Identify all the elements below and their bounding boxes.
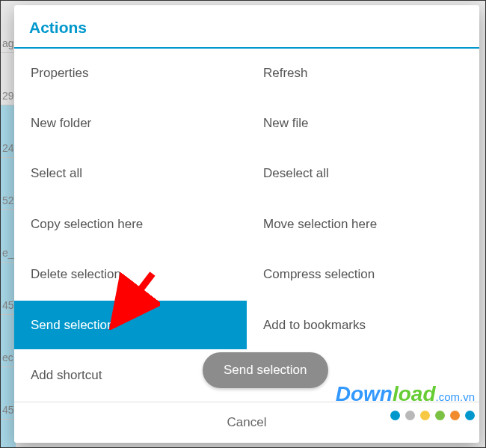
menu-item-properties[interactable]: Properties: [14, 49, 247, 97]
dot-icon: [450, 411, 460, 420]
bg-row: ec: [1, 315, 16, 367]
bg-row: 45: [1, 367, 16, 420]
dot-icon: [405, 411, 415, 420]
watermark: Download.com.vn: [336, 382, 475, 420]
menu-item-add-to-bookmarks[interactable]: Add to bookmarks: [247, 301, 479, 349]
bg-row: [1, 420, 16, 448]
menu-item-send-selection[interactable]: Send selection: [14, 301, 247, 349]
menu-item-compress-selection[interactable]: Compress selection: [247, 251, 479, 299]
menu-item-move-selection-here[interactable]: Move selection here: [247, 200, 479, 248]
bg-row: 29: [1, 53, 16, 105]
bg-row: 45: [1, 263, 16, 315]
background-list: ag292452e_45ec454545: [1, 1, 16, 447]
bg-row: e_: [1, 210, 16, 263]
watermark-text: Download.com.vn: [336, 382, 475, 406]
watermark-dots: [336, 411, 475, 420]
bg-row: 24: [1, 105, 16, 158]
bg-row: 52: [1, 158, 16, 210]
dot-icon: [390, 411, 400, 420]
menu-item-copy-selection-here[interactable]: Copy selection here: [14, 200, 247, 248]
menu-item-new-folder[interactable]: New folder: [14, 99, 247, 147]
menu-item-deselect-all[interactable]: Deselect all: [247, 150, 479, 198]
actions-menu: PropertiesRefreshNew folderNew fileSelec…: [14, 49, 479, 402]
bg-row: ag: [1, 1, 16, 53]
menu-item-select-all[interactable]: Select all: [14, 150, 247, 198]
menu-item-new-file[interactable]: New file: [247, 99, 479, 147]
menu-item-refresh[interactable]: Refresh: [247, 49, 479, 97]
dot-icon: [420, 411, 430, 420]
dialog-title: Actions: [14, 5, 479, 47]
toast-send-selection: Send selection: [203, 352, 328, 388]
dot-icon: [465, 411, 475, 420]
dot-icon: [435, 411, 445, 420]
menu-item-delete-selection[interactable]: Delete selection: [14, 251, 247, 299]
